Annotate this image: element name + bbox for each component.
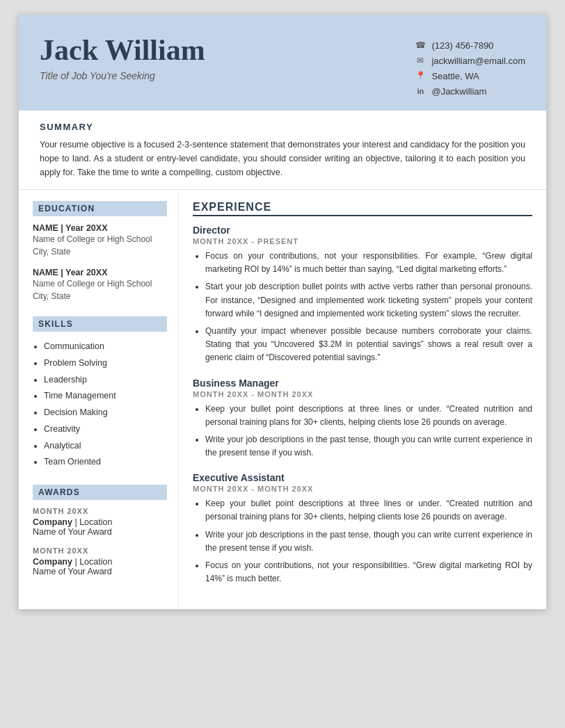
job-dates-1: MONTH 20XX - PRESENT bbox=[193, 237, 532, 245]
skill-item: Communication bbox=[44, 339, 167, 355]
location-icon: 📍 bbox=[415, 70, 426, 81]
skill-item: Decision Making bbox=[44, 405, 167, 421]
location-contact: 📍 Seattle, WA bbox=[415, 70, 525, 81]
edu-name-1: NAME | Year 20XX bbox=[33, 223, 167, 233]
edu-school-1: Name of College or High School bbox=[33, 233, 167, 245]
bullet-item: Keep your bullet point descriptions at t… bbox=[205, 403, 532, 429]
phone-text: (123) 456-7890 bbox=[431, 40, 493, 51]
skill-item: Leadership bbox=[44, 372, 167, 389]
job-entry-3: Executive Assistant MONTH 20XX - MONTH 2… bbox=[193, 472, 532, 585]
job-bullets-2: Keep your bullet point descriptions at t… bbox=[193, 403, 532, 460]
award-entry-1: MONTH 20XX Company | Location Name of Yo… bbox=[33, 507, 167, 537]
award-month-2: MONTH 20XX bbox=[33, 547, 167, 555]
header-section: Jack William Title of Job You're Seeking… bbox=[19, 15, 546, 111]
education-heading: EDUCATION bbox=[33, 201, 167, 216]
edu-entry-1: NAME | Year 20XX Name of College or High… bbox=[33, 223, 167, 258]
job-entry-2: Business Manager MONTH 20XX - MONTH 20XX… bbox=[193, 378, 532, 460]
edu-entry-2: NAME | Year 20XX Name of College or High… bbox=[33, 268, 167, 302]
skill-item: Time Management bbox=[44, 388, 167, 405]
bullet-item: Write your job descriptions in the past … bbox=[205, 433, 532, 460]
bullet-item: Start your job description bullet points… bbox=[205, 280, 532, 321]
job-title-2: Business Manager bbox=[193, 378, 532, 389]
bullet-item: Quantify your impact whenever possible b… bbox=[205, 325, 532, 365]
job-bullets-3: Keep your bullet point descriptions at t… bbox=[193, 497, 532, 585]
header-left: Jack William Title of Job You're Seeking bbox=[40, 34, 205, 81]
job-title-3: Executive Assistant bbox=[193, 472, 532, 483]
education-section: EDUCATION NAME | Year 20XX Name of Colle… bbox=[33, 201, 167, 302]
award-name-2: Name of Your Award bbox=[33, 567, 167, 576]
job-bullets-1: Focus on your contributions, not your re… bbox=[193, 250, 532, 365]
summary-text: Your resume objective is a focused 2-3-s… bbox=[40, 138, 525, 179]
job-title-1: Director bbox=[193, 225, 532, 236]
summary-section: SUMMARY Your resume objective is a focus… bbox=[19, 111, 546, 190]
award-month-1: MONTH 20XX bbox=[33, 507, 167, 515]
email-icon: ✉ bbox=[415, 55, 426, 66]
location-text: Seattle, WA bbox=[431, 71, 479, 81]
skill-item: Analytical bbox=[44, 438, 167, 455]
summary-heading: SUMMARY bbox=[40, 122, 525, 132]
skills-list: Communication Problem Solving Leadership… bbox=[33, 339, 167, 471]
bullet-item: Keep your bullet point descriptions at t… bbox=[205, 497, 532, 524]
phone-icon: ☎ bbox=[415, 40, 426, 51]
job-entry-1: Director MONTH 20XX - PRESENT Focus on y… bbox=[193, 225, 532, 365]
job-dates-2: MONTH 20XX - MONTH 20XX bbox=[193, 390, 532, 398]
two-column-layout: EDUCATION NAME | Year 20XX Name of Colle… bbox=[19, 190, 546, 609]
awards-heading: AWARDS bbox=[33, 485, 167, 500]
skills-heading: SKILLS bbox=[33, 316, 167, 332]
awards-section: AWARDS MONTH 20XX Company | Location Nam… bbox=[33, 485, 167, 576]
skill-item: Creativity bbox=[44, 421, 167, 438]
edu-location-1: City, State bbox=[33, 245, 167, 258]
linkedin-icon: in bbox=[415, 86, 426, 97]
phone-contact: ☎ (123) 456-7890 bbox=[415, 40, 525, 51]
resume-document: Jack William Title of Job You're Seeking… bbox=[18, 14, 547, 610]
skill-item: Problem Solving bbox=[44, 355, 167, 372]
linkedin-text: @Jackwilliam bbox=[431, 86, 486, 97]
award-name-1: Name of Your Award bbox=[33, 527, 167, 537]
job-title: Title of Job You're Seeking bbox=[40, 70, 205, 81]
linkedin-contact: in @Jackwilliam bbox=[415, 86, 525, 97]
skill-item: Team Oriented bbox=[44, 454, 167, 471]
email-text: jackwilliam@email.com bbox=[431, 56, 525, 66]
edu-name-2: NAME | Year 20XX bbox=[33, 268, 167, 277]
job-dates-3: MONTH 20XX - MONTH 20XX bbox=[193, 485, 532, 493]
experience-heading: EXPERIENCE bbox=[193, 201, 532, 216]
contact-info: ☎ (123) 456-7890 ✉ jackwilliam@email.com… bbox=[415, 40, 525, 97]
left-column: EDUCATION NAME | Year 20XX Name of Colle… bbox=[19, 190, 179, 609]
award-entry-2: MONTH 20XX Company | Location Name of Yo… bbox=[33, 547, 167, 576]
candidate-name: Jack William bbox=[40, 34, 205, 66]
edu-location-2: City, State bbox=[33, 290, 167, 302]
bullet-item: Write your job descriptions in the past … bbox=[205, 528, 532, 555]
bullet-item: Focus on your contributions, not your re… bbox=[205, 559, 532, 585]
award-company-1: Company | Location bbox=[33, 517, 167, 527]
edu-school-2: Name of College or High School bbox=[33, 277, 167, 290]
right-column: EXPERIENCE Director MONTH 20XX - PRESENT… bbox=[179, 190, 546, 609]
bullet-item: Focus on your contributions, not your re… bbox=[205, 250, 532, 276]
award-company-2: Company | Location bbox=[33, 557, 167, 567]
skills-section: SKILLS Communication Problem Solving Lea… bbox=[33, 316, 167, 471]
email-contact: ✉ jackwilliam@email.com bbox=[415, 55, 525, 66]
